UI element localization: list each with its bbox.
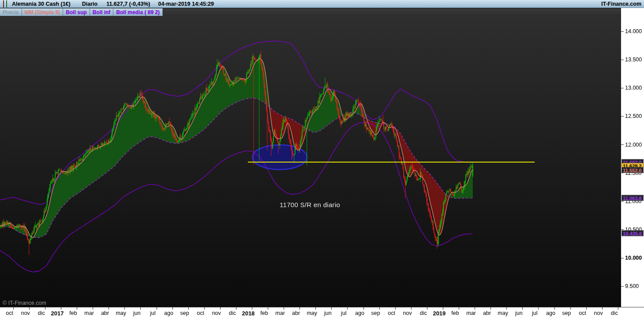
price-tick <box>621 88 624 88</box>
time-tick <box>315 307 316 310</box>
time-tick-label: nov <box>594 310 603 316</box>
time-tick <box>538 307 539 310</box>
axis-badge-mm-simple-9: 11.552,0 <box>622 167 644 173</box>
charting-app-window: Alemania 30 Cash (1€) Diario 11.627,7 (-… <box>0 0 644 318</box>
time-tick <box>490 307 491 310</box>
time-tick-label: abr <box>292 310 300 316</box>
price-tick <box>621 258 624 258</box>
price-tick <box>621 286 624 287</box>
time-tick-label: nov <box>403 310 412 316</box>
time-tick-label: dic <box>611 310 618 316</box>
price-tick-label: 9.500 <box>625 283 639 289</box>
time-tick-label: feb <box>451 310 459 316</box>
price-tick <box>621 31 624 32</box>
time-tick <box>29 307 30 310</box>
time-tick <box>602 307 603 310</box>
indicator-button-mm-simple-9[interactable]: MM (Simple 9) <box>22 8 64 16</box>
time-tick <box>411 307 412 310</box>
indicator-toolbar: PrecioMM (Simple 9)Boll supBoll infBoll … <box>0 8 644 16</box>
time-tick <box>570 307 571 310</box>
indicator-button-boll-media-89-2[interactable]: Boll media ( 89 2) <box>113 8 163 16</box>
chart-area[interactable]: 11700 S/R en diario © IT-Finance.com <box>0 16 621 307</box>
price-tick-label: 14.000 <box>625 28 642 34</box>
time-tick <box>13 307 14 310</box>
watermark-text: © IT-Finance.com <box>3 300 46 306</box>
time-tick-label: jul <box>150 310 156 316</box>
time-tick <box>268 307 268 310</box>
time-tick <box>172 307 173 310</box>
time-tick <box>331 307 332 310</box>
time-tick <box>586 307 587 310</box>
time-axis[interactable]: octnovdic2017febmarabrmayjunjulagosepoct… <box>0 307 644 318</box>
price-tick-label: 12.500 <box>625 113 642 119</box>
time-tick <box>93 307 93 310</box>
timeframe-label: Diario <box>82 1 97 7</box>
time-tick <box>157 307 157 310</box>
time-tick-label: sep <box>371 310 380 316</box>
time-tick-label: jun <box>133 310 141 316</box>
price-tick <box>621 144 624 145</box>
time-tick-label: feb <box>69 310 77 316</box>
time-tick-label: jul <box>341 310 347 316</box>
indicator-button-boll-sup[interactable]: Boll sup <box>63 8 90 16</box>
price-tick-label: 13.000 <box>625 85 642 91</box>
time-tick-label: oct <box>579 310 586 316</box>
time-tick-label: ago <box>164 310 173 316</box>
price-axis[interactable]: 14.00013.50013.00012.50012.00011.50011.0… <box>621 8 644 307</box>
indicator-button-boll-inf[interactable]: Boll inf <box>90 8 114 16</box>
time-tick-label: dic <box>229 310 236 316</box>
time-tick-label: ago <box>546 310 555 316</box>
candlestick-icon <box>3 1 8 7</box>
price-tick <box>621 229 624 230</box>
time-tick-label: oct <box>6 310 13 316</box>
time-tick <box>140 307 141 310</box>
time-tick <box>284 307 284 310</box>
axis-badge-boll-media: 11.063,8 <box>622 195 644 201</box>
time-tick <box>443 307 443 310</box>
time-tick-label: sep <box>562 310 571 316</box>
time-tick-label: may <box>498 310 508 316</box>
axis-badge-boll-inf: 10.435,6 <box>622 231 644 236</box>
time-tick <box>347 307 348 310</box>
time-tick-label: jun <box>324 310 332 316</box>
price-tick <box>621 60 624 60</box>
price-chart-canvas[interactable] <box>0 16 621 307</box>
indicator-button-precio[interactable]: Precio <box>0 8 22 16</box>
time-tick <box>236 307 236 310</box>
title-bar: Alemania 30 Cash (1€) Diario 11.627,7 (-… <box>0 0 644 8</box>
time-tick-label: dic <box>38 310 45 316</box>
time-tick <box>522 307 523 310</box>
time-tick <box>427 307 427 310</box>
time-tick <box>506 307 507 310</box>
chart-text-annotation[interactable]: 11700 S/R en diario <box>280 201 340 208</box>
time-tick <box>252 307 252 310</box>
time-tick-label: feb <box>260 310 268 316</box>
price-tick <box>621 116 624 117</box>
time-tick <box>220 307 221 310</box>
time-tick-label: mar <box>275 310 285 316</box>
time-tick <box>77 307 77 310</box>
time-tick-label: nov <box>21 310 30 316</box>
last-price-change: 11.627,7 (-0,43%) <box>106 1 150 7</box>
time-tick <box>188 307 189 310</box>
time-tick-label: mar <box>466 310 476 316</box>
brand-logo-text: IT-Finance.com <box>601 1 641 7</box>
time-tick <box>300 307 300 310</box>
time-tick <box>475 307 475 310</box>
time-tick-label: oct <box>197 310 204 316</box>
time-tick <box>554 307 555 310</box>
time-tick-label: jun <box>515 310 523 316</box>
time-tick <box>395 307 396 310</box>
price-tick-label: 13.500 <box>625 57 642 63</box>
time-tick-label: may <box>307 310 317 316</box>
price-tick-label: 12.000 <box>625 142 642 148</box>
instrument-title: Alemania 30 Cash (1€) <box>12 1 71 7</box>
time-tick-label: 2018 <box>242 310 255 317</box>
time-tick-label: 2019 <box>433 310 446 317</box>
time-tick <box>61 307 61 310</box>
time-tick-label: sep <box>180 310 189 316</box>
time-tick-label: oct <box>388 310 395 316</box>
time-tick <box>109 307 109 310</box>
time-tick-label: jul <box>532 310 538 316</box>
quote-datetime: 04-mar-2019 14:45:29 <box>158 1 214 7</box>
